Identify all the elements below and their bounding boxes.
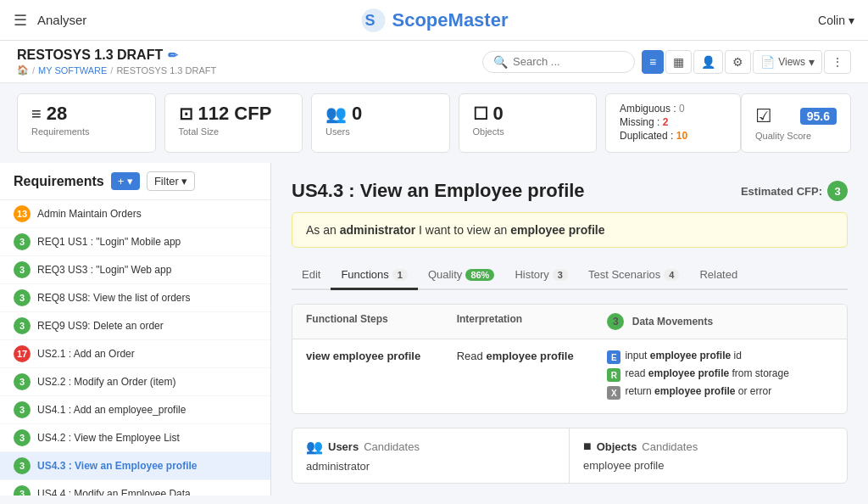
user-menu[interactable]: Colin ▾ — [818, 14, 854, 27]
objects-candidates: ■ Objects Candidates employee profile — [570, 428, 847, 483]
svg-text:S: S — [365, 12, 376, 29]
people-view-button[interactable]: 👤 — [693, 50, 723, 74]
breadcrumb: 🏠 / MY SOFTWARE / RESTOSYS 1.3 DRAFT — [17, 64, 216, 76]
list-item[interactable]: 13 Admin Maintain Orders — [0, 200, 270, 228]
req-name: Admin Maintain Orders — [37, 208, 142, 220]
cfp-count-badge: 3 — [607, 313, 624, 330]
quality-check-icon: ☑ — [755, 105, 772, 127]
users-candidates: 👥 Users Candidates administrator — [292, 428, 570, 483]
col-data-movements: 3 Data Movements — [607, 313, 833, 330]
tab-related[interactable]: Related — [689, 261, 748, 290]
list-item[interactable]: 3 REQ8 US8: View the list of orders — [0, 284, 270, 312]
file-icon: 📄 — [760, 55, 775, 69]
req-name: REQ9 US9: Delete an order — [37, 320, 164, 332]
cfp-icon: ⊡ — [179, 104, 193, 124]
table-row: view employee profile Read employee prof… — [292, 339, 847, 413]
tab-badge-history: 3 — [553, 269, 568, 281]
req-icon: ≡ — [31, 104, 42, 124]
tab-history[interactable]: History3 — [504, 261, 578, 290]
req-name: US4.2 : View the Employee List — [37, 432, 180, 444]
req-badge: 3 — [14, 429, 31, 446]
tab-badge-functions: 1 — [392, 269, 408, 281]
tab-edit[interactable]: Edit — [292, 261, 331, 290]
dm-badge-r: R — [607, 368, 620, 382]
req-badge: 3 — [14, 457, 31, 474]
req-badge: 3 — [14, 401, 31, 418]
req-badge: 13 — [14, 205, 31, 222]
breadcrumb-current: RESTOSYS 1.3 DRAFT — [116, 65, 216, 76]
candidates-section: 👥 Users Candidates administrator ■ Objec… — [292, 428, 848, 484]
functional-step: view employee profile — [306, 350, 457, 403]
list-item[interactable]: 3 US2.2 : Modify an Order (item) — [0, 368, 270, 396]
calendar-view-button[interactable]: ▦ — [665, 50, 692, 74]
tab-badge-test-scenarios: 4 — [664, 269, 679, 281]
content-area: US4.3 : View an Employee profile Estimat… — [271, 163, 868, 496]
req-name: REQ3 US3 : "Login" Web app — [37, 264, 171, 276]
page-title: RESTOSYS 1.3 DRAFT ✏ — [17, 48, 216, 63]
list-item[interactable]: 3 REQ3 US3 : "Login" Web app — [0, 256, 270, 284]
list-item[interactable]: 3 US4.1 : Add an employee_profile — [0, 396, 270, 424]
tab-badge-quality: 86% — [465, 269, 494, 281]
navbar: ☰ Analyser S ScopeMaster Colin ▾ — [0, 0, 868, 41]
page-header: RESTOSYS 1.3 DRAFT ✏ 🏠 / MY SOFTWARE / R… — [0, 41, 868, 83]
req-badge: 3 — [14, 317, 31, 334]
req-badge: 3 — [14, 261, 31, 278]
list-item[interactable]: 3 US4.3 : View an Employee profile — [0, 452, 270, 480]
filter-button[interactable]: Filter ▾ — [147, 171, 196, 191]
add-requirement-button[interactable]: + ▾ — [111, 172, 140, 190]
req-badge: 17 — [14, 345, 31, 362]
toolbar-right: 🔍 ≡ ▦ 👤 ⚙ 📄 Views ▾ ⋮ — [482, 50, 851, 74]
req-badge: 3 — [14, 233, 31, 250]
req-badge: 3 — [14, 485, 31, 496]
tab-test-scenarios[interactable]: Test Scenarios4 — [578, 261, 689, 290]
object-candidate-item: employee profile — [583, 459, 833, 472]
search-icon: 🔍 — [493, 55, 508, 69]
breadcrumb-home[interactable]: 🏠 — [17, 64, 29, 76]
menu-icon[interactable]: ☰ — [14, 11, 27, 30]
navbar-title: Analyser — [37, 13, 86, 27]
search-box: 🔍 — [482, 51, 635, 73]
interpretation: Read employee profile — [457, 350, 608, 403]
users-stat: 👥 0 Users — [311, 93, 450, 153]
list-item[interactable]: 3 US4.2 : View the Employee List — [0, 424, 270, 452]
functions-table: Functional Steps Interpretation 3 Data M… — [292, 304, 848, 414]
views-button[interactable]: 📄 Views ▾ — [753, 50, 822, 74]
list-item[interactable]: 3 US4.4 : Modify an Employee Data — [0, 480, 270, 496]
brand-icon: S — [360, 7, 387, 34]
sidebar: Requirements + ▾ Filter ▾ 13 Admin Maint… — [0, 163, 271, 496]
sidebar-header: Requirements + ▾ Filter ▾ — [0, 163, 270, 200]
story-box: As an administrator I want to view an em… — [292, 212, 848, 248]
list-item[interactable]: 3 REQ1 US1 : "Login" Mobile app — [0, 228, 270, 256]
edit-icon[interactable]: ✏ — [168, 48, 178, 62]
quality-badge: 95.6 — [800, 108, 837, 125]
req-name: REQ1 US1 : "Login" Mobile app — [37, 236, 181, 248]
tabs: EditFunctions1Quality86%History3Test Sce… — [292, 261, 848, 290]
main-layout: Requirements + ▾ Filter ▾ 13 Admin Maint… — [0, 163, 868, 496]
stats-row: ≡ 28 Requirements ⊡ 112 CFP Total Size 👥… — [0, 83, 868, 163]
data-movements: E input employee profile id R read emplo… — [607, 350, 833, 403]
req-name: US4.4 : Modify an Employee Data — [37, 488, 191, 496]
req-name: US2.1 : Add an Order — [37, 348, 135, 360]
req-badge: 3 — [14, 373, 31, 390]
objects-cand-icon: ■ — [583, 439, 592, 454]
users-cand-icon: 👥 — [306, 439, 323, 455]
brand: S ScopeMaster — [360, 7, 509, 34]
issues-stat: Ambiguous : 0 Missing : 2 Duplicated : 1… — [605, 93, 741, 153]
tab-quality[interactable]: Quality86% — [418, 261, 505, 290]
more-button[interactable]: ⋮ — [824, 50, 851, 74]
search-input[interactable] — [513, 55, 624, 68]
cfp-stat: ⊡ 112 CFP Total Size — [164, 93, 303, 153]
dm-badge-x: X — [607, 386, 620, 400]
estimated-cfp: Estimated CFP: 3 — [741, 181, 848, 201]
req-name: US2.2 : Modify an Order (item) — [37, 376, 175, 388]
list-view-button[interactable]: ≡ — [642, 50, 664, 74]
list-item[interactable]: 3 REQ9 US9: Delete an order — [0, 312, 270, 340]
breadcrumb-software[interactable]: MY SOFTWARE — [38, 65, 107, 76]
tab-functions[interactable]: Functions1 — [331, 261, 418, 290]
settings-view-button[interactable]: ⚙ — [725, 50, 751, 74]
req-name: REQ8 US8: View the list of orders — [37, 292, 191, 304]
page-title-area: RESTOSYS 1.3 DRAFT ✏ 🏠 / MY SOFTWARE / R… — [17, 48, 216, 76]
dm-badge-e: E — [607, 350, 620, 364]
requirements-list: 13 Admin Maintain Orders 3 REQ1 US1 : "L… — [0, 200, 270, 496]
list-item[interactable]: 17 US2.1 : Add an Order — [0, 340, 270, 368]
